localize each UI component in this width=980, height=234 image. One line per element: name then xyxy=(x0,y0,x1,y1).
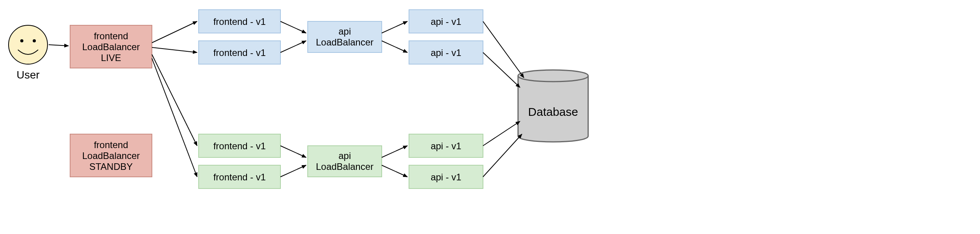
svg-point-1 xyxy=(20,39,23,42)
api-lb-blue-line2: LoadBalancer xyxy=(316,37,374,47)
api-green-1-label: api - v1 xyxy=(431,141,462,151)
api-green-2-box: api - v1 xyxy=(409,165,483,189)
database-shape: Database xyxy=(518,70,588,142)
arrow-api-blue-1-to-db xyxy=(483,21,524,78)
arrow-lb-to-frontend-green-1 xyxy=(152,54,197,146)
frontend-blue-1-box: frontend - v1 xyxy=(199,10,280,33)
frontend-blue-2-label: frontend - v1 xyxy=(213,47,266,58)
arrow-apilb-green-to-api-2 xyxy=(382,165,407,177)
user-label: User xyxy=(16,69,39,81)
arrow-frontend-green-2-to-apilb xyxy=(280,165,306,177)
arrow-lb-to-frontend-blue-1 xyxy=(152,21,197,43)
api-lb-blue-line1: api xyxy=(338,26,351,37)
api-blue-1-box: api - v1 xyxy=(409,10,483,33)
api-lb-green-line1: api xyxy=(338,150,351,161)
frontend-lb-standby-line3: STANDBY xyxy=(89,161,133,172)
api-green-2-label: api - v1 xyxy=(431,172,462,182)
arrow-apilb-blue-to-api-2 xyxy=(382,41,407,52)
frontend-green-2-box: frontend - v1 xyxy=(199,165,280,189)
arrow-user-to-lb xyxy=(49,45,69,46)
frontend-blue-1-label: frontend - v1 xyxy=(213,16,266,27)
api-green-1-box: api - v1 xyxy=(409,134,483,157)
api-lb-blue-box: api LoadBalancer xyxy=(308,21,382,52)
frontend-blue-2-box: frontend - v1 xyxy=(199,41,280,64)
api-blue-1-label: api - v1 xyxy=(431,16,462,27)
api-blue-2-label: api - v1 xyxy=(431,47,462,58)
arrow-frontend-blue-1-to-apilb xyxy=(280,21,306,33)
arrow-frontend-blue-2-to-apilb xyxy=(280,41,306,52)
frontend-lb-standby-line1: frontend xyxy=(94,140,128,150)
arrow-apilb-green-to-api-1 xyxy=(382,146,407,157)
arrow-lb-to-frontend-green-2 xyxy=(152,58,197,177)
arrow-frontend-green-1-to-apilb xyxy=(280,146,306,157)
arrow-api-blue-2-to-db xyxy=(483,52,520,87)
svg-point-2 xyxy=(33,39,36,42)
arrow-apilb-blue-to-api-1 xyxy=(382,21,407,33)
frontend-lb-live-line3: LIVE xyxy=(101,52,121,63)
frontend-green-1-box: frontend - v1 xyxy=(199,134,280,157)
user-icon xyxy=(9,25,48,64)
arrow-lb-to-frontend-blue-2 xyxy=(152,47,197,52)
frontend-lb-live-line2: LoadBalancer xyxy=(82,42,140,52)
database-label: Database xyxy=(528,105,578,118)
api-lb-green-line2: LoadBalancer xyxy=(316,161,374,172)
svg-point-0 xyxy=(9,25,48,64)
api-blue-2-box: api - v1 xyxy=(409,41,483,64)
api-lb-green-box: api LoadBalancer xyxy=(308,146,382,177)
frontend-green-2-label: frontend - v1 xyxy=(213,172,266,182)
arrow-api-green-2-to-db xyxy=(483,134,522,177)
frontend-lb-standby-box: frontend LoadBalancer STANDBY xyxy=(70,134,152,177)
frontend-lb-standby-line2: LoadBalancer xyxy=(82,150,140,161)
frontend-lb-live-box: frontend LoadBalancer LIVE xyxy=(70,25,152,68)
frontend-lb-live-line1: frontend xyxy=(94,31,128,41)
architecture-diagram: User frontend LoadBalancer LIVE frontend… xyxy=(0,0,980,234)
frontend-green-1-label: frontend - v1 xyxy=(213,141,266,151)
